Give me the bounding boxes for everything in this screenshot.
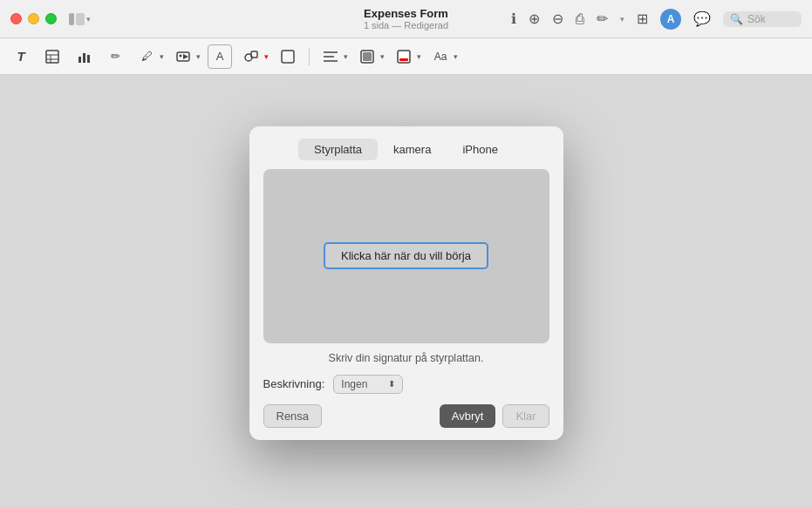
annotation-tool[interactable]: ✏	[103, 44, 127, 69]
text-tool[interactable]: T	[9, 44, 33, 69]
svg-rect-6	[78, 57, 81, 63]
svg-rect-1	[76, 13, 85, 25]
toolbar: T ✏ 🖊 ▾ ▾ A ▾ ▾	[0, 38, 812, 75]
tab-styrplatta[interactable]: Styrplatta	[298, 139, 378, 160]
svg-rect-8	[87, 55, 90, 63]
share-icon[interactable]: ⎙	[576, 11, 584, 27]
footer-right-buttons: Avbryt Klar	[440, 404, 549, 428]
window-subtitle: 1 sida — Redigerad	[364, 20, 448, 30]
svg-rect-7	[83, 53, 85, 63]
dialog-description-text: Skriv din signatur på styrplattan.	[249, 352, 563, 364]
search-icon: 🔍	[730, 13, 743, 25]
svg-rect-0	[69, 13, 74, 25]
avbryt-button[interactable]: Avbryt	[440, 404, 496, 428]
svg-rect-19	[363, 52, 372, 61]
tab-kamera[interactable]: kamera	[378, 139, 447, 160]
color-tool[interactable]: ▾	[392, 44, 421, 69]
search-placeholder: Sök	[747, 13, 766, 25]
sidebar-toggle[interactable]: ▾	[69, 13, 91, 25]
search-box[interactable]: 🔍 Sök	[723, 11, 802, 27]
tab-iphone[interactable]: iPhone	[447, 139, 513, 160]
frame-tool[interactable]	[276, 44, 300, 69]
draw-tool[interactable]: 🖊 ▾	[134, 44, 164, 69]
chart-tool[interactable]	[72, 44, 96, 69]
pen-icon[interactable]: ✏	[597, 10, 608, 27]
canvas-area: Styrplatta kamera iPhone Klicka här när …	[0, 75, 812, 508]
dialog-tabs: Styrplatta kamera iPhone	[249, 126, 563, 160]
select-value: Ingen	[341, 378, 367, 390]
select-chevron-icon: ⬍	[388, 379, 395, 389]
klar-button[interactable]: Klar	[502, 404, 549, 428]
svg-rect-22	[399, 58, 408, 61]
signature-dialog: Styrplatta kamera iPhone Klicka här när …	[249, 126, 563, 440]
media-tool[interactable]: ▾	[171, 44, 201, 69]
beskrivning-label: Beskrivning:	[263, 377, 325, 390]
beskrivning-select[interactable]: Ingen ⬍	[333, 375, 403, 394]
window-title: Expenses Form	[364, 7, 448, 21]
svg-rect-14	[282, 51, 294, 63]
dialog-pointer	[398, 126, 415, 127]
dialog-footer: Rensa Avbryt Klar	[249, 404, 563, 440]
zoom-out-icon[interactable]: ⊖	[552, 10, 563, 27]
svg-point-10	[180, 54, 182, 57]
titlebar-center: Expenses Form 1 sida — Redigerad	[364, 7, 448, 31]
titlebar-actions: ℹ ⊕ ⊖ ⎙ ✏ ▾ ⊞ A 💬 🔍 Sök	[511, 9, 802, 30]
shapes-tool[interactable]: ▾	[239, 44, 269, 69]
minimize-button[interactable]	[28, 13, 39, 24]
add-page-icon[interactable]: ⊞	[637, 10, 648, 27]
close-button[interactable]	[10, 13, 22, 24]
info-icon[interactable]: ℹ	[511, 10, 516, 27]
table-tool[interactable]	[40, 44, 65, 69]
textbox-tool[interactable]: A	[208, 44, 232, 69]
signature-prompt[interactable]: Klicka här när du vill börja	[324, 242, 488, 269]
user-icon[interactable]: A	[660, 9, 681, 30]
comments-icon[interactable]: 💬	[693, 10, 711, 27]
titlebar: ▾ Expenses Form 1 sida — Redigerad ℹ ⊕ ⊖…	[0, 0, 812, 38]
beskrivning-row: Beskrivning: Ingen ⬍	[249, 375, 563, 394]
fullscreen-button[interactable]	[45, 13, 57, 24]
signature-canvas[interactable]: Klicka här när du vill börja	[263, 169, 549, 343]
svg-rect-2	[46, 51, 58, 63]
format-tool[interactable]: ▾	[355, 44, 385, 69]
traffic-lights	[10, 13, 57, 24]
divider1	[309, 48, 310, 65]
zoom-in-icon[interactable]: ⊕	[529, 10, 540, 27]
svg-marker-11	[183, 54, 188, 59]
rensa-button[interactable]: Rensa	[263, 404, 323, 428]
align-tool[interactable]: ▾	[318, 44, 348, 69]
font-tool[interactable]: Aa ▾	[428, 44, 458, 69]
